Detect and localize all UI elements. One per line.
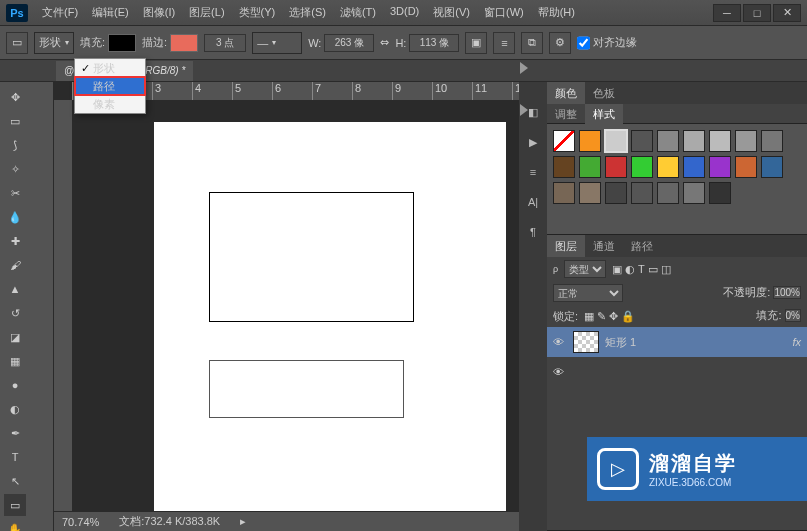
path-ops-icon[interactable]: ▣: [465, 32, 487, 54]
layer-name[interactable]: 矩形 1: [605, 335, 636, 350]
opacity-field[interactable]: 100%: [773, 286, 801, 299]
fill-opacity-field[interactable]: 0%: [785, 309, 801, 322]
align-edges-checkbox[interactable]: 对齐边缘: [577, 34, 637, 52]
menu-window[interactable]: 窗口(W): [478, 2, 530, 23]
tool-preset-icon[interactable]: ▭: [6, 32, 28, 54]
layer-thumbnail[interactable]: [573, 331, 599, 353]
path-select-tool[interactable]: ↖: [4, 470, 26, 492]
style-swatch[interactable]: [631, 156, 653, 178]
crop-tool[interactable]: ✂: [4, 182, 26, 204]
marquee-tool[interactable]: ▭: [4, 110, 26, 132]
align-edges-input[interactable]: [577, 34, 590, 52]
menu-view[interactable]: 视图(V): [427, 2, 476, 23]
style-swatch[interactable]: [657, 130, 679, 152]
blur-tool[interactable]: ●: [4, 374, 26, 396]
style-swatch[interactable]: [579, 182, 601, 204]
layer-row[interactable]: 👁: [547, 357, 807, 387]
style-swatch[interactable]: [761, 156, 783, 178]
menu-image[interactable]: 图像(I): [137, 2, 181, 23]
link-wh-icon[interactable]: ⇔: [380, 36, 389, 49]
menu-select[interactable]: 选择(S): [283, 2, 332, 23]
shape-mode-pixels[interactable]: 像素: [75, 95, 145, 113]
eraser-tool[interactable]: ◪: [4, 326, 26, 348]
close-button[interactable]: ✕: [773, 4, 801, 22]
tab-swatches[interactable]: 色板: [585, 82, 623, 104]
style-swatch[interactable]: [553, 130, 575, 152]
stamp-tool[interactable]: ▲: [4, 278, 26, 300]
style-swatch[interactable]: [631, 182, 653, 204]
style-swatch[interactable]: [605, 130, 627, 152]
style-swatch[interactable]: [657, 156, 679, 178]
style-swatch[interactable]: [709, 156, 731, 178]
layer-row-selected[interactable]: 👁 矩形 1 fx: [547, 327, 807, 357]
menu-3d[interactable]: 3D(D): [384, 2, 425, 23]
lasso-tool[interactable]: ⟆: [4, 134, 26, 156]
tab-adjustments[interactable]: 调整: [547, 104, 585, 124]
tab-styles[interactable]: 样式: [585, 104, 623, 124]
gear-icon[interactable]: ⚙: [549, 32, 571, 54]
brush-panel-icon[interactable]: ≡: [523, 162, 543, 182]
style-swatch[interactable]: [605, 156, 627, 178]
style-swatch[interactable]: [579, 156, 601, 178]
style-swatch[interactable]: [709, 130, 731, 152]
style-swatch[interactable]: [657, 182, 679, 204]
move-tool[interactable]: ✥: [4, 86, 26, 108]
menu-layer[interactable]: 图层(L): [183, 2, 230, 23]
menu-type[interactable]: 类型(Y): [233, 2, 282, 23]
style-swatch[interactable]: [683, 156, 705, 178]
shape-rectangle-2[interactable]: [209, 360, 404, 418]
gradient-tool[interactable]: ▦: [4, 350, 26, 372]
wand-tool[interactable]: ✧: [4, 158, 26, 180]
pen-tool[interactable]: ✒: [4, 422, 26, 444]
height-field[interactable]: 113 像: [409, 34, 459, 52]
maximize-button[interactable]: □: [743, 4, 771, 22]
menu-edit[interactable]: 编辑(E): [86, 2, 135, 23]
brush-tool[interactable]: 🖌: [4, 254, 26, 276]
fx-badge[interactable]: fx: [792, 336, 801, 348]
align-icon[interactable]: ≡: [493, 32, 515, 54]
heal-tool[interactable]: ✚: [4, 230, 26, 252]
paragraph-icon[interactable]: ¶: [523, 222, 543, 242]
fill-swatch[interactable]: [108, 34, 136, 52]
style-swatch[interactable]: [553, 182, 575, 204]
dodge-tool[interactable]: ◐: [4, 398, 26, 420]
history-brush-tool[interactable]: ↺: [4, 302, 26, 324]
style-swatch[interactable]: [735, 130, 757, 152]
style-swatch[interactable]: [761, 130, 783, 152]
tab-layers[interactable]: 图层: [547, 235, 585, 257]
status-arrow-icon[interactable]: ▸: [240, 515, 246, 528]
tab-paths[interactable]: 路径: [623, 235, 661, 257]
stroke-swatch[interactable]: [170, 34, 198, 52]
minimize-button[interactable]: ─: [713, 4, 741, 22]
shape-mode-dropdown[interactable]: 形状 ▾: [34, 32, 74, 54]
zoom-level[interactable]: 70.74%: [62, 516, 99, 528]
visibility-icon[interactable]: 👁: [553, 336, 567, 348]
style-swatch[interactable]: [631, 130, 653, 152]
character-icon[interactable]: A|: [523, 192, 543, 212]
type-tool[interactable]: T: [4, 446, 26, 468]
tab-color[interactable]: 颜色: [547, 82, 585, 104]
style-swatch[interactable]: [735, 156, 757, 178]
style-swatch[interactable]: [579, 130, 601, 152]
arrange-icon[interactable]: ⧉: [521, 32, 543, 54]
play-icon[interactable]: ▶: [523, 132, 543, 152]
style-swatch[interactable]: [683, 130, 705, 152]
expand-arrow-icon[interactable]: [520, 62, 528, 74]
layer-kind-select[interactable]: 类型: [564, 260, 606, 278]
style-swatch[interactable]: [553, 156, 575, 178]
style-swatch[interactable]: [683, 182, 705, 204]
style-swatch[interactable]: [605, 182, 627, 204]
visibility-icon[interactable]: 👁: [553, 366, 567, 378]
rectangle-tool[interactable]: ▭: [4, 494, 26, 516]
menu-help[interactable]: 帮助(H): [532, 2, 581, 23]
blend-mode-select[interactable]: 正常: [553, 284, 623, 302]
canvas[interactable]: [154, 122, 506, 522]
hand-tool[interactable]: ✋: [4, 518, 26, 531]
width-field[interactable]: 263 像: [324, 34, 374, 52]
shape-mode-path[interactable]: 路径: [75, 77, 145, 95]
tab-channels[interactable]: 通道: [585, 235, 623, 257]
style-swatch[interactable]: [709, 182, 731, 204]
lock-icons[interactable]: ▦ ✎ ✥ 🔒: [584, 310, 635, 323]
stroke-width-field[interactable]: 3 点: [204, 34, 246, 52]
menu-file[interactable]: 文件(F): [36, 2, 84, 23]
